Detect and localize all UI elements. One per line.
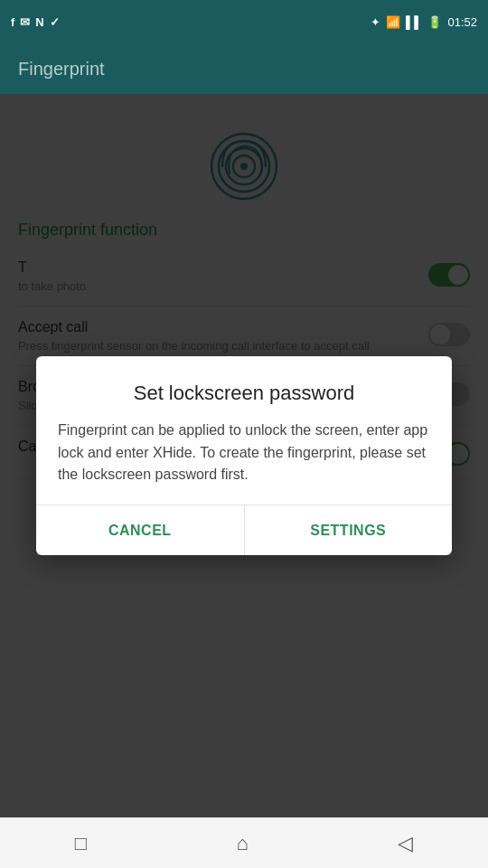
nav-recents-icon[interactable]: □ <box>75 832 87 855</box>
cancel-button[interactable]: CANCEL <box>36 505 245 555</box>
wifi-icon: 📶 <box>386 15 400 29</box>
time-display: 01:52 <box>447 15 477 29</box>
dialog-body: Set lockscreen password Fingerprint can … <box>36 356 452 505</box>
mail-icon: ✉ <box>20 15 30 29</box>
dialog: Set lockscreen password Fingerprint can … <box>36 356 452 555</box>
app-bar: Fingerprint <box>0 43 488 94</box>
nav-home-icon[interactable]: ⌂ <box>237 832 249 855</box>
battery-icon: 🔋 <box>427 15 442 29</box>
dialog-message: Fingerprint can be applied to unlock the… <box>58 420 430 486</box>
bluetooth-icon: ✦ <box>371 15 380 29</box>
nav-back-icon[interactable]: ◁ <box>398 832 413 855</box>
dialog-actions: CANCEL SETTINGS <box>36 505 452 555</box>
check-icon: ✓ <box>50 15 60 29</box>
app-bar-title: Fingerprint <box>18 59 105 80</box>
nav-bar: □ ⌂ ◁ <box>0 817 488 868</box>
n-icon: N <box>35 15 43 29</box>
settings-button[interactable]: SETTINGS <box>245 505 453 555</box>
main-content: Fingerprint function T to take photo Acc… <box>0 94 488 817</box>
dialog-overlay: Set lockscreen password Fingerprint can … <box>0 94 488 817</box>
signal-icon: ▌▌ <box>406 15 422 29</box>
dialog-title: Set lockscreen password <box>58 382 430 405</box>
status-icons-left: f ✉ N ✓ <box>11 15 60 29</box>
status-icons-right: ✦ 📶 ▌▌ 🔋 01:52 <box>371 15 477 29</box>
facebook-icon: f <box>11 15 14 29</box>
status-bar: f ✉ N ✓ ✦ 📶 ▌▌ 🔋 01:52 <box>0 0 488 43</box>
